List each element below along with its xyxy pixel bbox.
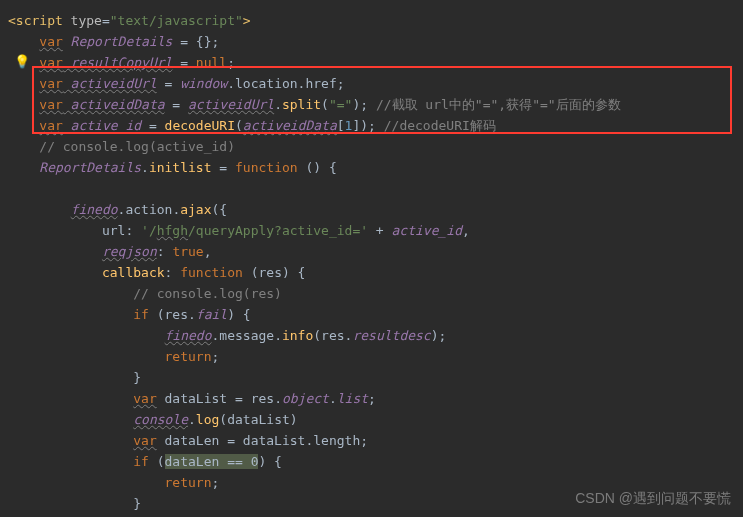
code-line: if (dataLen == 0) { [8,451,743,472]
code-line: finedo.action.ajax({ [8,199,743,220]
code-line: var ReportDetails = {}; [8,31,743,52]
lightbulb-icon[interactable]: 💡 [14,51,30,72]
code-line: var activeidData = activeidUrl.split("="… [8,94,743,115]
code-line: var active_id = decodeURI(activeidData[1… [8,115,743,136]
code-line: url: '/hfgh/queryApply?active_id=' + act… [8,220,743,241]
code-line: console.log(dataList) [8,409,743,430]
code-line: // console.log(res) [8,283,743,304]
code-line: var dataLen = dataList.length; [8,430,743,451]
code-line: // console.log(active_id) [8,136,743,157]
code-line: reqjson: true, [8,241,743,262]
code-editor[interactable]: <script type="text/javascript"> var Repo… [8,10,743,517]
code-line: callback: function (res) { [8,262,743,283]
watermark: CSDN @遇到问题不要慌 [575,488,731,509]
code-line: ReportDetails.initlist = function () { [8,157,743,178]
code-line: if (res.fail) { [8,304,743,325]
code-line: } [8,367,743,388]
code-line: finedo.message.info(res.resultdesc); [8,325,743,346]
code-line: var dataList = res.object.list; [8,388,743,409]
code-line: var resultCopyUrl = null; [8,52,743,73]
code-line [8,178,743,199]
code-line: var activeidUrl = window.location.href; [8,73,743,94]
code-line: return; [8,346,743,367]
code-line: <script type="text/javascript"> [8,10,743,31]
